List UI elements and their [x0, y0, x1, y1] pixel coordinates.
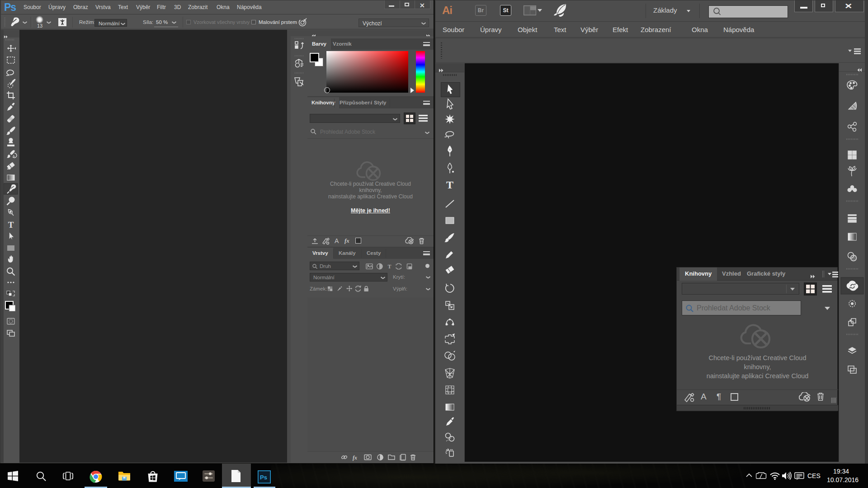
svg-text:Ps: Ps: [260, 474, 267, 481]
svg-text:T: T: [388, 263, 392, 270]
svg-text:T: T: [8, 220, 14, 230]
svg-text:T: T: [446, 179, 453, 191]
svg-text:fx: fx: [353, 455, 357, 461]
